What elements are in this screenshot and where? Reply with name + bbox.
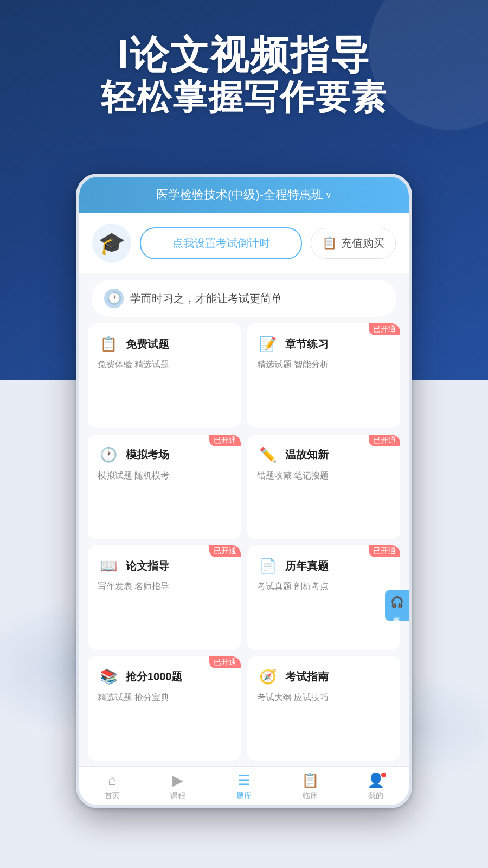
motto-bar: 🕐 学而时习之，才能让考试更简单 — [92, 280, 396, 317]
consult-label: 在线咨询 — [393, 611, 401, 615]
card-subtitle-review: 错题收藏 笔记搜题 — [257, 470, 390, 482]
app-header: 医学检验技术(中级)-全程特惠班 ∨ — [79, 177, 409, 213]
card-icon-past-exams: 📄 — [257, 555, 279, 577]
card-title-exam-guide: 考试指南 — [285, 669, 329, 684]
card-subtitle-free-trial: 免费体验 精选试题 — [98, 359, 231, 371]
nav-label-questions: 题库 — [236, 791, 252, 801]
card-badge-grab-points: 已开通 — [209, 656, 241, 668]
card-badge-review: 已开通 — [369, 435, 400, 446]
nav-icon-clinical: 📋 — [301, 772, 319, 789]
nav-label-course: 课程 — [170, 791, 185, 801]
card-badge-essay-guide: 已开通 — [209, 545, 241, 557]
headphone-icon: 🎧 — [390, 596, 404, 609]
card-title-grab-points: 抢分1000题 — [126, 669, 183, 684]
avatar: 🎓 — [92, 224, 131, 263]
card-icon-review: ✏️ — [257, 444, 279, 466]
card-title-free-trial: 免费试题 — [126, 337, 169, 352]
nav-item-clinical[interactable]: 📋 临床 — [277, 772, 343, 801]
nav-item-home[interactable]: ⌂ 首页 — [79, 772, 145, 801]
card-badge-past-exams: 已开通 — [369, 545, 400, 557]
card-icon-essay-guide: 📖 — [98, 555, 119, 577]
card-badge-mock-exam: 已开通 — [209, 435, 241, 446]
nav-label-clinical: 临床 — [303, 791, 318, 801]
recharge-icon: 📋 — [322, 236, 337, 250]
nav-item-questions[interactable]: ☰ 题库 — [211, 772, 277, 801]
card-free-trial[interactable]: 📋 免费试题 免费体验 精选试题 — [88, 323, 241, 428]
card-subtitle-essay-guide: 写作发表 名师指导 — [98, 581, 231, 592]
nav-icon-questions: ☰ — [237, 772, 250, 789]
card-title-chapter-practice: 章节练习 — [285, 337, 329, 352]
card-icon-chapter-practice: 📝 — [257, 333, 279, 355]
card-badge-chapter-practice: 已开通 — [369, 323, 400, 335]
nav-label-home: 首页 — [105, 791, 120, 801]
card-subtitle-chapter-practice: 精选试题 智能分析 — [257, 359, 390, 371]
bottom-nav: ⌂ 首页 ▶ 课程 ☰ 题库 📋 临床 👤 我的 — [79, 766, 409, 805]
card-icon-free-trial: 📋 — [98, 333, 119, 355]
nav-icon-mine: 👤 — [367, 772, 384, 789]
nav-icon-home: ⌂ — [108, 772, 117, 789]
card-mock-exam[interactable]: 已开通 🕐 模拟考场 模拟试题 随机模考 — [88, 435, 241, 539]
card-exam-guide[interactable]: 🧭 考试指南 考试大纲 应试技巧 — [247, 656, 400, 761]
app-screen: 医学检验技术(中级)-全程特惠班 ∨ 🎓 点我设置考试倒计时 📋 充值购买 🕐 … — [79, 177, 409, 805]
nav-item-mine[interactable]: 👤 我的 — [343, 772, 409, 801]
card-icon-mock-exam: 🕐 — [98, 444, 119, 466]
card-subtitle-past-exams: 考试真题 剖析考点 — [257, 581, 390, 592]
card-essay-guide[interactable]: 已开通 📖 论文指导 写作发表 名师指导 — [88, 545, 241, 650]
online-consult-button[interactable]: 🎧 在线咨询 — [385, 590, 409, 621]
card-subtitle-mock-exam: 模拟试题 随机模考 — [98, 470, 231, 482]
avatar-emoji: 🎓 — [98, 231, 125, 256]
device-mockup: 医学检验技术(中级)-全程特惠班 ∨ 🎓 点我设置考试倒计时 📋 充值购买 🕐 … — [76, 174, 412, 808]
card-subtitle-exam-guide: 考试大纲 应试技巧 — [257, 692, 390, 704]
card-title-review: 温故知新 — [285, 448, 329, 462]
clock-icon: 🕐 — [104, 289, 124, 308]
card-title-essay-guide: 论文指导 — [126, 559, 169, 573]
recharge-label: 充值购买 — [341, 236, 384, 251]
chevron-down-icon: ∨ — [325, 190, 332, 200]
hero-title-line2: 轻松掌握写作要素 — [22, 78, 466, 118]
profile-row: 🎓 点我设置考试倒计时 📋 充值购买 — [79, 213, 409, 273]
hero-section: l论文视频指导 轻松掌握写作要素 — [0, 33, 488, 117]
nav-icon-course: ▶ — [172, 772, 183, 789]
card-icon-grab-points: 📚 — [98, 666, 119, 688]
nav-item-course[interactable]: ▶ 课程 — [145, 772, 211, 801]
card-icon-exam-guide: 🧭 — [257, 666, 279, 688]
app-header-title: 医学检验技术(中级)-全程特惠班 — [156, 187, 323, 203]
card-grab-points[interactable]: 已开通 📚 抢分1000题 精选试题 抢分宝典 — [88, 656, 241, 761]
card-subtitle-grab-points: 精选试题 抢分宝典 — [98, 692, 231, 704]
hero-title-line1: l论文视频指导 — [22, 33, 466, 78]
grid-section: 📋 免费试题 免费体验 精选试题 已开通 📝 章节练习 精选试题 智能分析 已开… — [79, 323, 409, 766]
nav-label-mine: 我的 — [368, 791, 383, 801]
card-past-exams[interactable]: 已开通 📄 历年真题 考试真题 剖析考点 — [247, 545, 400, 650]
recharge-button[interactable]: 📋 充值购买 — [311, 228, 396, 259]
card-title-mock-exam: 模拟考场 — [126, 448, 169, 462]
motto-text: 学而时习之，才能让考试更简单 — [130, 291, 282, 306]
card-chapter-practice[interactable]: 已开通 📝 章节练习 精选试题 智能分析 — [247, 323, 400, 428]
card-title-past-exams: 历年真题 — [285, 559, 329, 573]
countdown-button[interactable]: 点我设置考试倒计时 — [140, 227, 302, 259]
card-review[interactable]: 已开通 ✏️ 温故知新 错题收藏 笔记搜题 — [247, 435, 400, 539]
